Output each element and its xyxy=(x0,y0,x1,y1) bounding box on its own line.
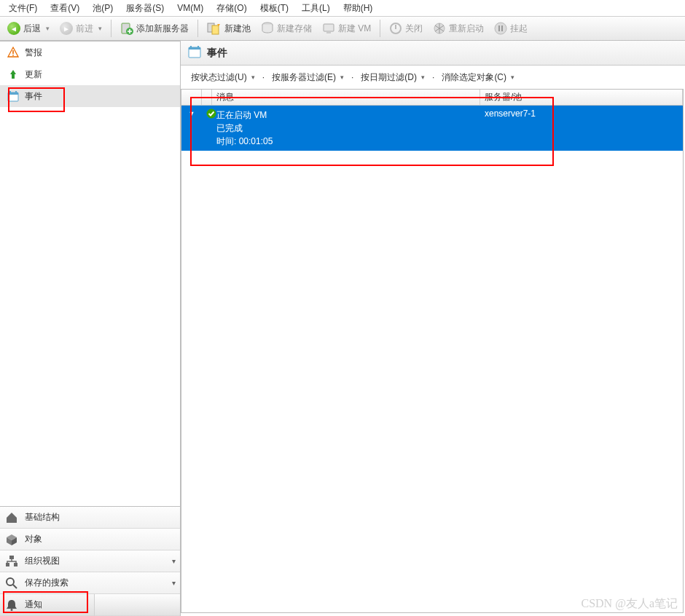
bottom-objects[interactable]: 对象 xyxy=(0,529,180,550)
menu-tools[interactable]: 工具(L) xyxy=(296,1,336,16)
filter-bar: 按状态过滤(U) · 按服务器过滤(E) · 按日期过滤(D) · 消除选定对象… xyxy=(181,66,685,89)
menu-storage[interactable]: 存储(O) xyxy=(211,1,252,16)
back-button[interactable]: ◄ 后退 xyxy=(3,18,54,39)
filter-date[interactable]: 按日期过滤(D) xyxy=(358,71,428,84)
row-line2: 已完成 xyxy=(216,122,476,135)
toolbar-separator xyxy=(380,20,380,37)
storage-icon xyxy=(261,22,274,35)
svg-rect-32 xyxy=(190,46,192,48)
table-row[interactable]: ▼ 正在启动 VM 已完成 时间: 00:01:05 xenserver7-1 xyxy=(181,106,683,151)
shutdown-button[interactable]: 关闭 xyxy=(385,18,427,39)
svg-rect-23 xyxy=(15,91,17,93)
menu-server[interactable]: 服务器(S) xyxy=(120,1,170,16)
menu-help[interactable]: 帮助(H) xyxy=(337,1,379,16)
filter-dismiss-label: 消除选定对象(C) xyxy=(442,71,506,84)
content-header: 事件 xyxy=(181,41,685,66)
alert-icon xyxy=(7,47,19,58)
svg-rect-3 xyxy=(212,25,219,34)
filter-status-label: 按状态过滤(U) xyxy=(191,71,247,84)
add-server-button[interactable]: 添加新服务器 xyxy=(116,18,193,39)
bottom-infra-label: 基础结构 xyxy=(25,511,60,524)
pool-icon xyxy=(207,22,222,35)
th-expand[interactable] xyxy=(181,90,202,105)
restart-button[interactable]: 重新启动 xyxy=(428,18,488,39)
left-bottom-nav: 基础结构 对象 组织视图 保存的搜索 xyxy=(0,506,180,616)
bottom-infra[interactable]: 基础结构 xyxy=(0,507,180,529)
menu-template[interactable]: 模板(T) xyxy=(254,1,294,16)
bottom-saved-search-label: 保存的搜索 xyxy=(25,577,68,589)
bottom-objects-label: 对象 xyxy=(25,533,42,545)
svg-point-15 xyxy=(495,23,506,34)
bottom-notifications[interactable]: 通知 xyxy=(0,594,94,616)
dot-sep: · xyxy=(432,72,434,82)
cube-icon xyxy=(4,532,19,547)
table-header: 消息 服务器/池 xyxy=(181,90,683,106)
svg-point-27 xyxy=(7,578,14,585)
left-nav: 警报 更新 事件 xyxy=(0,41,180,506)
nav-alerts[interactable]: 警报 xyxy=(0,42,180,63)
nav-events[interactable]: 事件 xyxy=(0,85,180,107)
suspend-label: 挂起 xyxy=(510,23,528,35)
home-icon xyxy=(4,510,19,525)
shutdown-label: 关闭 xyxy=(405,23,423,35)
forward-button[interactable]: ► 前进 xyxy=(55,18,106,39)
left-panel: 警报 更新 事件 基础结构 xyxy=(0,41,181,616)
toolbar-separator xyxy=(197,20,198,37)
filter-status[interactable]: 按状态过滤(U) xyxy=(188,71,258,84)
add-server-label: 添加新服务器 xyxy=(136,23,189,35)
filter-date-label: 按日期过滤(D) xyxy=(361,71,417,84)
svg-rect-18 xyxy=(12,50,14,54)
menu-pool[interactable]: 池(P) xyxy=(87,1,119,16)
th-status[interactable] xyxy=(202,90,212,105)
expand-toggle[interactable]: ▼ xyxy=(181,106,202,151)
menu-view[interactable]: 查看(V) xyxy=(44,1,85,16)
forward-dropdown-icon[interactable] xyxy=(96,25,102,32)
menu-file[interactable]: 文件(F) xyxy=(3,1,43,16)
new-pool-button[interactable]: 新建池 xyxy=(203,18,255,39)
filter-server-label: 按服务器过滤(E) xyxy=(272,71,336,84)
new-pool-label: 新建池 xyxy=(224,23,251,35)
forward-label: 前进 xyxy=(76,23,93,35)
back-icon: ◄ xyxy=(7,22,20,35)
svg-line-28 xyxy=(13,585,17,588)
nav-updates[interactable]: 更新 xyxy=(0,63,180,85)
bottom-notifications-label: 通知 xyxy=(25,599,42,611)
svg-rect-16 xyxy=(498,25,500,31)
svg-rect-22 xyxy=(9,91,11,93)
new-storage-button[interactable]: 新建存储 xyxy=(257,18,316,39)
svg-rect-25 xyxy=(6,563,9,566)
suspend-button[interactable]: 挂起 xyxy=(490,18,532,39)
bottom-saved-search[interactable]: 保存的搜索 xyxy=(0,572,180,594)
toolbar-separator xyxy=(111,20,111,37)
nav-events-label: 事件 xyxy=(25,90,42,103)
menu-vm[interactable]: VM(M) xyxy=(171,1,209,15)
svg-rect-5 xyxy=(324,24,334,31)
server-cell: xenserver7-1 xyxy=(480,106,683,151)
message-cell: 正在启动 VM 已完成 时间: 00:01:05 xyxy=(212,106,480,151)
dot-sep: · xyxy=(351,72,353,82)
back-dropdown-icon[interactable] xyxy=(44,25,50,32)
filter-server[interactable]: 按服务器过滤(E) xyxy=(269,71,347,84)
dot-sep: · xyxy=(262,72,265,82)
filter-dismiss[interactable]: 消除选定对象(C) xyxy=(439,71,517,84)
events-table: 消息 服务器/池 ▼ 正在启动 VM 已完成 时间: 00:01:05 xyxy=(181,89,684,613)
th-message[interactable]: 消息 xyxy=(212,90,480,105)
main: 警报 更新 事件 基础结构 xyxy=(0,41,685,616)
orgview-icon xyxy=(4,554,19,569)
new-vm-button[interactable]: 新建 VM xyxy=(318,18,375,39)
restart-icon xyxy=(433,22,446,35)
nav-alerts-label: 警报 xyxy=(25,47,42,59)
bottom-orgview[interactable]: 组织视图 xyxy=(0,550,180,572)
calendar-icon xyxy=(188,45,201,60)
row-line3: 时间: 00:01:05 xyxy=(216,135,476,148)
svg-rect-24 xyxy=(9,556,14,559)
row-line1: 正在启动 VM xyxy=(216,108,476,122)
new-vm-label: 新建 VM xyxy=(338,23,371,35)
new-storage-label: 新建存储 xyxy=(277,23,312,35)
forward-icon: ► xyxy=(60,22,73,35)
restart-label: 重新启动 xyxy=(449,23,484,35)
back-label: 后退 xyxy=(23,23,41,35)
right-panel: 事件 按状态过滤(U) · 按服务器过滤(E) · 按日期过滤(D) · 消除选… xyxy=(181,41,685,616)
update-icon xyxy=(7,68,19,80)
th-server[interactable]: 服务器/池 xyxy=(480,90,683,105)
